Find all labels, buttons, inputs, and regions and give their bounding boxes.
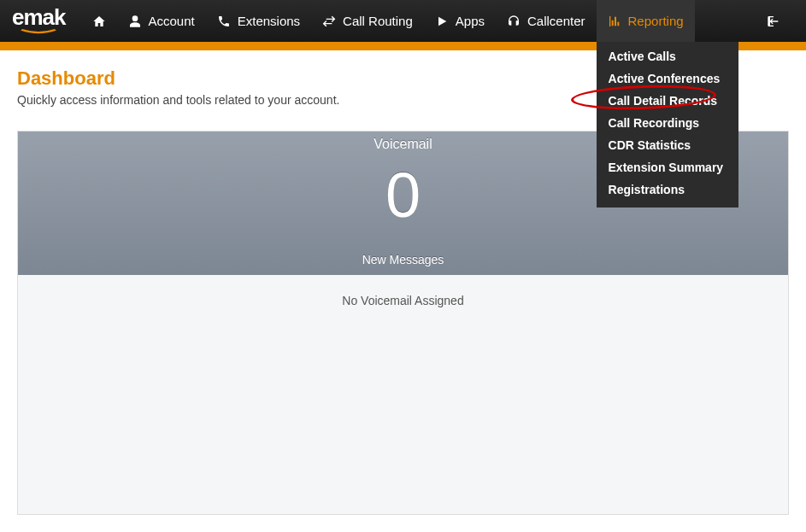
nav-extensions[interactable]: Extensions xyxy=(206,0,311,42)
phone-icon xyxy=(217,15,231,28)
nav-apps-label: Apps xyxy=(456,14,485,28)
dropdown-cdr-statistics[interactable]: CDR Statistics xyxy=(597,134,739,156)
bar-chart-icon xyxy=(608,15,621,28)
brand-swoosh-icon xyxy=(19,29,58,34)
dropdown-active-calls[interactable]: Active Calls xyxy=(597,45,739,67)
user-icon xyxy=(128,15,142,28)
nav-items: Account Extensions Call Routing Apps Cal… xyxy=(81,0,695,42)
dropdown-cdr-label: Call Detail Records xyxy=(609,94,718,108)
logout-button[interactable] xyxy=(762,15,785,28)
dropdown-extension-summary[interactable]: Extension Summary xyxy=(597,156,739,178)
exchange-icon xyxy=(322,15,336,28)
nav-call-routing[interactable]: Call Routing xyxy=(311,0,424,42)
navbar: emak Account Extensions Call Routing App… xyxy=(0,0,806,42)
dropdown-call-recordings[interactable]: Call Recordings xyxy=(597,112,739,134)
nav-apps[interactable]: Apps xyxy=(424,0,496,42)
reporting-dropdown: Active Calls Active Conferences Call Det… xyxy=(597,42,739,208)
nav-account[interactable]: Account xyxy=(117,0,206,42)
nav-home[interactable] xyxy=(81,0,117,42)
voicemail-caption: New Messages xyxy=(18,253,788,266)
dropdown-active-conferences[interactable]: Active Conferences xyxy=(597,67,739,90)
headset-icon xyxy=(507,15,521,28)
nav-callcenter-label: Callcenter xyxy=(527,14,585,28)
brand-logo[interactable]: emak xyxy=(0,8,81,34)
play-icon xyxy=(435,15,449,28)
voicemail-empty-text: No Voicemail Assigned xyxy=(342,294,463,307)
voicemail-panel-body: No Voicemail Assigned xyxy=(18,275,788,326)
home-icon xyxy=(92,15,106,28)
logout-icon xyxy=(767,15,780,28)
nav-call-routing-label: Call Routing xyxy=(343,14,413,28)
nav-reporting[interactable]: Reporting Active Calls Active Conference… xyxy=(597,0,695,42)
nav-right xyxy=(762,15,801,28)
dropdown-call-detail-records[interactable]: Call Detail Records xyxy=(597,90,739,112)
nav-account-label: Account xyxy=(149,14,195,28)
nav-reporting-label: Reporting xyxy=(628,14,684,28)
dropdown-registrations[interactable]: Registrations xyxy=(597,178,739,201)
brand-text: emak xyxy=(12,8,66,27)
nav-callcenter[interactable]: Callcenter xyxy=(496,0,597,42)
nav-extensions-label: Extensions xyxy=(238,14,300,28)
